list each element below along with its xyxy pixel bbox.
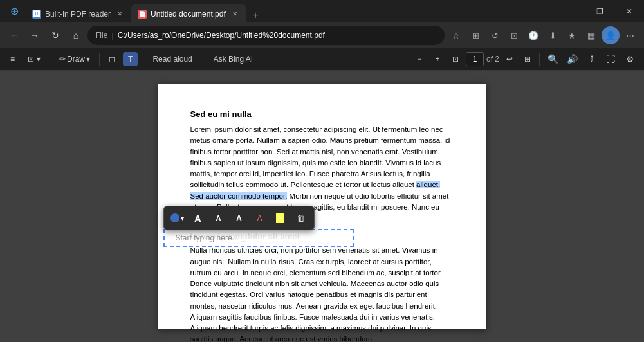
text-color-button[interactable]: A	[251, 209, 269, 227]
titlebar: ⊕ 🅱 Built-in PDF reader ✕ 📄 Untitled doc…	[0, 0, 644, 22]
restore-button[interactable]: ❐	[585, 0, 614, 22]
collections-icon[interactable]: ▦	[582, 26, 600, 44]
color-dropdown-arrow: ▾	[181, 215, 184, 222]
tab-untitled-pdf[interactable]: 📄 Untitled document.pdf ✕	[131, 4, 246, 24]
titlebar-controls: — ❐ ✕	[555, 0, 644, 22]
toolbar-page-view-btn[interactable]: ≡	[5, 52, 20, 66]
ask-bing-button[interactable]: Ask Bing AI	[207, 52, 259, 66]
draw-arrow: ▾	[86, 55, 90, 64]
text-highlight-button[interactable]: A	[271, 209, 290, 227]
page-navigation: − + ⊡ of 2 ↩ ⊞	[412, 51, 535, 67]
refresh-no-cache-icon[interactable]: ↺	[486, 26, 504, 44]
delete-annotation-button[interactable]: 🗑	[292, 209, 310, 227]
text-input-inner: Start typing here... ⌶	[170, 233, 347, 243]
share-toolbar-button[interactable]: ⤴	[582, 50, 600, 68]
url-path: C:/Users/as_ro/OneDrive/Desktop/Untitled…	[118, 31, 325, 40]
toolbar-separator-4	[203, 53, 203, 66]
highlight-icon: A	[276, 213, 284, 223]
edge-icon[interactable]: ⊕	[5, 3, 23, 21]
favorites-menu-icon[interactable]: ★	[563, 26, 581, 44]
back-button[interactable]: ←	[5, 26, 23, 44]
tab-favicon-pdf-reader: 🅱	[32, 10, 41, 19]
annotation-toolbar: ▾ A A A A A 🗑	[163, 206, 315, 230]
url-bar[interactable]: File | C:/Users/as_ro/OneDrive/Desktop/U…	[87, 26, 445, 45]
draw-icon: ✏	[59, 55, 66, 64]
page-prev-button[interactable]: ↩	[502, 51, 517, 67]
search-toolbar-button[interactable]: 🔍	[544, 50, 562, 68]
minimize-button[interactable]: —	[555, 0, 585, 22]
draw-label: Draw	[67, 55, 85, 64]
addressbar-right: ☆ ⊞ ↺ ⊡ 🕐 ⬇ ★ ▦ 👤 ⋯	[447, 26, 639, 44]
history-icon[interactable]: 🕐	[524, 26, 542, 44]
erase-button[interactable]: ◻	[104, 52, 120, 66]
tab-label-untitled: Untitled document.pdf	[151, 10, 226, 19]
text-input-box[interactable]: Start typing here... ⌶	[163, 229, 354, 247]
toolbar-zoom-select[interactable]: ⊡ ▾	[23, 52, 46, 66]
text-input-placeholder: Start typing here...	[176, 233, 239, 242]
tab-label-pdf-reader: Built-in PDF reader	[45, 10, 111, 19]
page-number-input[interactable]	[466, 52, 484, 66]
page-plus-button[interactable]: +	[430, 51, 445, 67]
favorites-icon[interactable]: ☆	[447, 26, 465, 44]
page-minus-button[interactable]: −	[412, 51, 427, 67]
zoom-label: ⊡	[28, 55, 34, 64]
text-size-increase-button[interactable]: A	[189, 209, 207, 227]
toolbar-separator-1	[50, 53, 50, 66]
tab-close-untitled[interactable]: ✕	[230, 9, 240, 19]
tab-search-icon[interactable]: ⊞	[466, 26, 484, 44]
tab-favicon-untitled: 📄	[138, 10, 147, 19]
section1-title: Sed eu mi nulla	[190, 109, 454, 119]
zoom-arrow: ▾	[37, 55, 41, 64]
more-toolbar-button[interactable]: ⚙	[621, 50, 639, 68]
home-button[interactable]: ⌂	[67, 26, 85, 44]
settings-icon[interactable]: ⋯	[621, 26, 639, 44]
forward-button[interactable]: →	[26, 26, 44, 44]
read-aloud-button[interactable]: Read aloud	[146, 52, 198, 66]
section1-text-before: Lorem ipsum dolor sit amet, consectetur …	[190, 125, 450, 188]
profile-button[interactable]: 👤	[602, 26, 620, 44]
toolbar-separator-3	[142, 53, 142, 66]
text-bold-button[interactable]: A	[230, 209, 248, 227]
tts-toolbar-button[interactable]: 🔊	[563, 50, 581, 68]
new-tab-button[interactable]: +	[246, 6, 264, 24]
toolbar-right: 🔍 🔊 ⤴ ⛶ ⚙	[544, 50, 639, 68]
cursor-line	[170, 233, 170, 243]
page-total: of 2	[486, 55, 499, 64]
titlebar-left: ⊕ 🅱 Built-in PDF reader ✕ 📄 Untitled doc…	[5, 0, 555, 24]
section2-text: Nulla rhoncus ultricies orci, non portti…	[190, 245, 454, 342]
pdf-toolbar: ≡ ⊡ ▾ ✏ Draw ▾ ◻ T Read aloud Ask Bing A…	[0, 48, 644, 71]
draw-button[interactable]: ✏ Draw ▾	[54, 53, 95, 66]
tab-group: 🅱 Built-in PDF reader ✕ 📄 Untitled docum…	[26, 2, 264, 24]
fit-page-button[interactable]: ⊡	[448, 51, 463, 67]
tab-pdf-reader[interactable]: 🅱 Built-in PDF reader ✕	[26, 4, 131, 24]
text-cursor-icon: ⌶	[241, 233, 246, 243]
pdf-area: Sed eu mi nulla Lorem ipsum dolor sit am…	[0, 71, 644, 342]
color-picker-button[interactable]: ▾	[168, 212, 187, 224]
fullscreen-toolbar-button[interactable]: ⛶	[602, 50, 620, 68]
addressbar: ← → ↻ ⌂ File | C:/Users/as_ro/OneDrive/D…	[0, 22, 644, 48]
pdf-page: Sed eu mi nulla Lorem ipsum dolor sit am…	[158, 84, 486, 329]
downloads-icon[interactable]: ⬇	[544, 26, 562, 44]
text-tool-button[interactable]: T	[123, 52, 138, 66]
color-dot	[170, 213, 179, 222]
refresh-button[interactable]: ↻	[46, 26, 64, 44]
toolbar-separator-2	[99, 53, 100, 66]
text-size-decrease-button[interactable]: A	[210, 209, 228, 227]
url-scheme: File	[95, 31, 107, 40]
page-two-page-button[interactable]: ⊞	[520, 51, 535, 67]
close-button[interactable]: ✕	[614, 0, 644, 22]
toolbar-separator-5	[539, 53, 540, 66]
split-screen-icon[interactable]: ⊡	[505, 26, 523, 44]
tab-close-pdf-reader[interactable]: ✕	[115, 9, 125, 19]
